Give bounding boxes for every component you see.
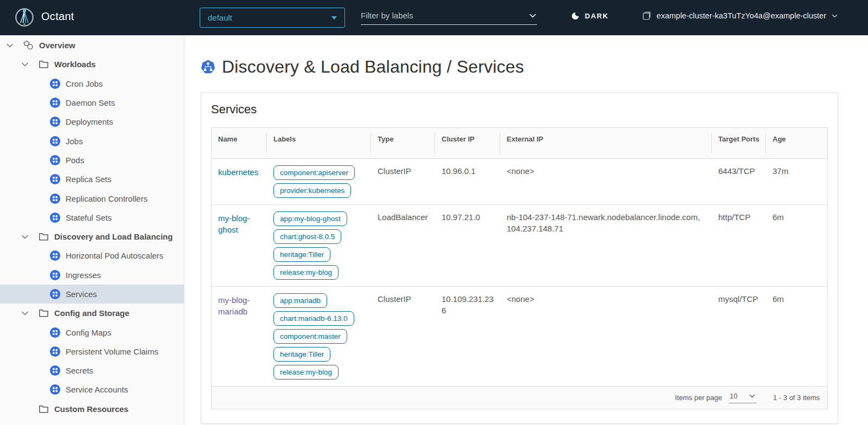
label-filter bbox=[361, 7, 537, 25]
sidebar-item-label: Persistent Volume Claims bbox=[66, 347, 158, 356]
sidebar-item-overview[interactable]: Overview bbox=[0, 36, 184, 55]
services-icon bbox=[50, 289, 60, 299]
label-pills: app:mariadb chart:mariadb-6.13.0 compone… bbox=[273, 293, 365, 379]
service-accounts-icon bbox=[50, 384, 60, 395]
items-per-page-select[interactable]: 10 bbox=[729, 392, 757, 403]
service-link[interactable]: kubernetes bbox=[218, 168, 258, 177]
page-title: Discovery & Load Balancing / Services bbox=[222, 57, 524, 77]
chevron-down-icon[interactable] bbox=[21, 309, 29, 318]
service-link[interactable]: my-blog-mariadb bbox=[218, 295, 250, 316]
chevron-down-icon[interactable] bbox=[528, 11, 537, 20]
age-cell: 6m bbox=[766, 204, 827, 286]
horizontal-pod-autoscalers-icon bbox=[50, 250, 60, 261]
sidebar-item-replica-sets[interactable]: Replica Sets bbox=[0, 170, 184, 189]
label-pill[interactable]: app:my-blog-ghost bbox=[273, 211, 347, 226]
cluster-ip-cell: 10.97.21.0 bbox=[435, 204, 500, 286]
sidebar-item-persistent-volume-claims[interactable]: Persistent Volume Claims bbox=[0, 342, 184, 361]
secrets-icon bbox=[50, 365, 60, 376]
chevron-down-icon[interactable] bbox=[21, 233, 29, 241]
context-selector-label: example-cluster-ka3TuTzYo4a@example-clus… bbox=[656, 11, 826, 20]
sidebar-item-label: Stateful Sets bbox=[66, 213, 112, 222]
namespace-selector[interactable]: default bbox=[200, 8, 345, 28]
sidebar-item-service-accounts[interactable]: Service Accounts bbox=[0, 380, 184, 399]
sidebar-item-config-and-storage[interactable]: Config and Storage bbox=[0, 304, 184, 323]
sidebar-item-label: Config Maps bbox=[66, 328, 111, 337]
sidebar-item-label: Config and Storage bbox=[54, 308, 129, 318]
sidebar-item-label: Replication Controllers bbox=[66, 194, 148, 203]
sidebar-item-label: Deployments bbox=[66, 117, 113, 126]
context-selector[interactable]: example-cluster-ka3TuTzYo4a@example-clus… bbox=[642, 11, 838, 21]
sidebar-item-label: Service Accounts bbox=[66, 385, 128, 394]
label-pill[interactable]: component:master bbox=[273, 329, 347, 344]
pagination-footer: Items per page 10 1 - 3 of 3 items bbox=[212, 386, 827, 409]
label-pill[interactable]: component:apiserver bbox=[273, 165, 355, 180]
pagination-range: 1 - 3 of 3 items bbox=[773, 394, 820, 402]
label-pill[interactable]: chart:ghost-8.0.5 bbox=[273, 229, 341, 244]
cluster-ip-cell: 10.109.231.236 bbox=[435, 286, 500, 386]
external-ip-cell: <none> bbox=[500, 158, 712, 204]
chevron-down-icon[interactable] bbox=[21, 60, 29, 69]
label-pill[interactable]: chart:mariadb-6.13.0 bbox=[273, 311, 354, 326]
chevron-down-icon[interactable] bbox=[5, 41, 14, 50]
age-cell: 6m bbox=[766, 286, 827, 386]
services-card: Services Name Labels Type Clust bbox=[201, 92, 838, 424]
items-per-page-value: 10 bbox=[730, 392, 737, 400]
sidebar-item-label: Replica Sets bbox=[66, 175, 111, 184]
label-filter-input[interactable] bbox=[361, 11, 528, 20]
label-pill[interactable]: release:my-blog bbox=[273, 265, 339, 280]
sidebar-item-ingresses[interactable]: Ingresses bbox=[0, 266, 184, 285]
sidebar-item-label: Discovery and Load Balancing bbox=[54, 232, 173, 241]
folder-icon bbox=[39, 404, 49, 414]
folder-icon bbox=[39, 59, 49, 69]
sidebar-item-services[interactable]: Services bbox=[0, 285, 184, 304]
sidebar-item-config-maps[interactable]: Config Maps bbox=[0, 323, 184, 342]
type-cell: ClusterIP bbox=[371, 158, 435, 204]
type-cell: LoadBalancer bbox=[371, 204, 435, 286]
cluster-ip-cell: 10.96.0.1 bbox=[435, 158, 500, 204]
sidebar-item-cron-jobs[interactable]: Cron Jobs bbox=[0, 74, 184, 93]
sidebar-item-jobs[interactable]: Jobs bbox=[0, 131, 184, 150]
label-pill[interactable]: heritage:Tiller bbox=[273, 247, 330, 262]
sidebar-item-label: Cron Jobs bbox=[66, 79, 103, 88]
type-cell: ClusterIP bbox=[371, 286, 435, 386]
replication-controllers-icon bbox=[50, 194, 60, 204]
sidebar-item-discovery-and-load-balancing[interactable]: Discovery and Load Balancing bbox=[0, 227, 184, 246]
label-pill[interactable]: provider:kubernetes bbox=[273, 183, 351, 198]
label-pills: app:my-blog-ghost chart:ghost-8.0.5 heri… bbox=[273, 211, 365, 280]
sidebar-item-workloads[interactable]: Workloads bbox=[0, 55, 184, 74]
sidebar-item-label: Pods bbox=[66, 156, 84, 165]
stateful-sets-icon bbox=[50, 212, 60, 223]
sidebar-navigation: Overview Workloads Cron Jobs Daemon Sets… bbox=[0, 35, 184, 425]
service-link[interactable]: my-blog-ghost bbox=[218, 214, 250, 234]
octant-logo-icon bbox=[14, 7, 35, 30]
target-ports-cell: http/TCP bbox=[712, 204, 766, 286]
label-pill[interactable]: release:my-blog bbox=[273, 365, 339, 379]
sidebar-item-stateful-sets[interactable]: Stateful Sets bbox=[0, 208, 184, 227]
sidebar-item-replication-controllers[interactable]: Replication Controllers bbox=[0, 189, 184, 208]
octant-app: Octant default DARK example-cluster-ka3T… bbox=[0, 0, 868, 425]
table-row: kubernetes component:apiserver provider:… bbox=[212, 158, 827, 204]
sidebar-item-label: Secrets bbox=[66, 366, 93, 375]
target-ports-cell: mysql/TCP bbox=[712, 286, 766, 386]
external-ip-cell: <none> bbox=[500, 286, 712, 386]
column-header-labels: Labels bbox=[267, 128, 371, 158]
theme-toggle[interactable]: DARK bbox=[571, 11, 609, 21]
card-title: Services bbox=[211, 102, 828, 117]
sidebar-item-custom-resources[interactable]: Custom Resources bbox=[0, 400, 184, 418]
sidebar-item-daemon-sets[interactable]: Daemon Sets bbox=[0, 93, 184, 112]
sidebar-item-label: Services bbox=[66, 289, 97, 299]
label-pills: component:apiserver provider:kubernetes bbox=[273, 165, 365, 198]
sidebar-item-label: Horizontal Pod Autoscalers bbox=[66, 251, 163, 260]
sidebar-item-pods[interactable]: Pods bbox=[0, 151, 184, 170]
sidebar-item-horizontal-pod-autoscalers[interactable]: Horizontal Pod Autoscalers bbox=[0, 246, 184, 265]
table-row: my-blog-mariadb app:mariadb chart:mariad… bbox=[212, 286, 827, 386]
label-pill[interactable]: app:mariadb bbox=[273, 293, 327, 308]
sidebar-item-secrets[interactable]: Secrets bbox=[0, 361, 184, 380]
services-datagrid: Name Labels Type Cluster IP External IP … bbox=[211, 127, 828, 409]
sidebar-item-deployments[interactable]: Deployments bbox=[0, 112, 184, 131]
label-pill[interactable]: heritage:Tiller bbox=[273, 347, 330, 362]
column-header-cluster-ip: Cluster IP bbox=[435, 128, 500, 158]
pods-icon bbox=[50, 155, 60, 165]
namespace-selector-value: default bbox=[208, 13, 232, 22]
age-cell: 37m bbox=[766, 158, 827, 204]
